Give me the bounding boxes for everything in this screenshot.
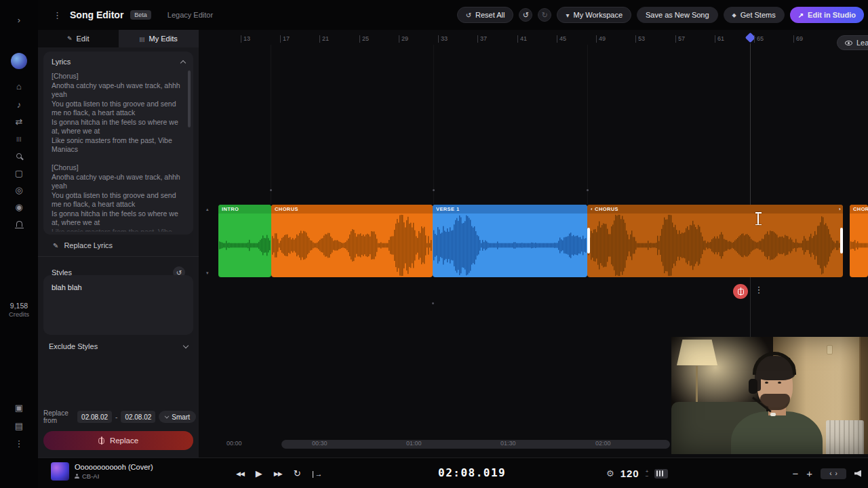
edit-in-studio-button[interactable]: ↗ Edit in Studio [790, 7, 864, 23]
replace-from-label: Replace from [43, 409, 74, 424]
clip-label: VERSE 1 [436, 206, 459, 212]
tab-my-edits[interactable]: ||| My Edits [119, 30, 199, 47]
scroll-arrows[interactable]: ‹ › [821, 468, 846, 479]
webcam-wall [773, 337, 868, 454]
credits-label: Credits [0, 310, 38, 318]
trim-left-icon[interactable]: ‹ [591, 205, 593, 214]
time-marker-02:00: 02:00 [595, 440, 611, 447]
reset-all-button[interactable]: ↺ Reset All [457, 7, 514, 23]
webcam-person-beard [760, 394, 790, 410]
gift-icon[interactable]: ▣ [0, 403, 38, 413]
track-collapse-up-icon[interactable]: ▴ [206, 207, 209, 212]
time-marker-01:30: 01:30 [500, 440, 516, 447]
album-art[interactable] [51, 462, 69, 481]
library-icon[interactable]: ||| [0, 134, 38, 144]
clip-intro[interactable]: INTRO [218, 205, 271, 277]
replace-section-button[interactable] [733, 284, 748, 299]
clip-menu-button[interactable]: ⋮ [753, 285, 764, 298]
track-collapse-down-icon[interactable]: ▾ [206, 270, 209, 276]
webcam-person-neck [768, 403, 786, 415]
avatar[interactable] [11, 53, 27, 69]
clip-chorus[interactable]: ‹CHORUS› [587, 205, 843, 277]
archive-icon[interactable]: ▤ [0, 421, 38, 432]
panel-tabs: ✎ Edit ||| My Edits [38, 30, 199, 47]
undo-button[interactable]: ↺ [519, 8, 532, 22]
loop-button[interactable]: ↻ [294, 468, 301, 479]
lyrics-text[interactable]: [Chorus] Anotha catchy vape-uh wave trac… [52, 72, 185, 232]
expand-icon[interactable]: › [0, 15, 38, 26]
webcam-lamp-pole [696, 366, 698, 404]
webcam-person-eye [778, 382, 781, 384]
player-bar: Oooooooooooh (Cover) CB-AI ◀◀ ▶ ▶▶ ↻ → 0… [38, 458, 868, 488]
transport-controls: ◀◀ ▶ ▶▶ ↻ → [236, 458, 323, 488]
notifications-icon[interactable] [0, 219, 38, 230]
zoom-out-button[interactable]: − [792, 468, 798, 479]
replace-to-value[interactable]: 02.08.02 [121, 411, 155, 423]
pencil-icon: ✎ [53, 242, 58, 249]
save-as-new-song-label: Save as New Song [646, 11, 709, 19]
broadcast-icon[interactable]: ◉ [0, 202, 38, 213]
ruler-tick-45: 45 [557, 35, 566, 43]
clip-trim-handle-left[interactable] [587, 228, 590, 253]
section-boundary-dot[interactable] [270, 189, 272, 191]
editor-menu-icon[interactable]: ⋮ [53, 10, 63, 20]
webcam-person-eye [765, 382, 768, 384]
play-button[interactable]: ▶ [256, 468, 262, 479]
replace-button[interactable]: Replace [43, 431, 193, 450]
tab-edit[interactable]: ✎ Edit [38, 30, 119, 47]
section-boundary-dot[interactable] [587, 189, 589, 191]
clip-label: CHORUS [853, 206, 868, 212]
webcam-headset-mic-boom [752, 396, 772, 412]
section-boundary-dot[interactable] [433, 189, 435, 191]
ruler-tick-17: 17 [280, 35, 290, 43]
clip-waveform [587, 214, 843, 277]
redo-button[interactable]: ↻ [538, 8, 551, 22]
replace-lyrics-button[interactable]: ✎ Replace Lyrics [43, 237, 193, 253]
forward-button[interactable]: ▶▶ [274, 470, 282, 477]
replace-from-value[interactable]: 02.08.02 [77, 411, 112, 423]
gear-icon[interactable]: ⚙ [606, 468, 614, 479]
section-boundary-dot[interactable] [432, 302, 434, 304]
workspace-dropdown[interactable]: ▾ My Workspace [557, 7, 631, 23]
search-icon[interactable] [0, 150, 38, 161]
bpm-stepper[interactable]: + − [646, 469, 649, 479]
now-playing-meta: Oooooooooooh (Cover) CB-AI [75, 463, 153, 480]
scroll-right-icon[interactable]: › [835, 470, 837, 477]
mouse-cursor-ibeam [754, 212, 762, 225]
stems-icon[interactable]: ⇄ [0, 117, 38, 127]
clip-chorus[interactable]: CHORUS [850, 205, 868, 277]
styles-input[interactable]: blah blah [43, 275, 193, 335]
record-icon[interactable]: ◎ [0, 185, 38, 196]
ruler-tick-33: 33 [438, 35, 448, 43]
song-title[interactable]: Oooooooooooh (Cover) [75, 463, 153, 471]
rewind-button[interactable]: ◀◀ [236, 470, 244, 477]
clip-verse-1[interactable]: VERSE 1 [433, 205, 587, 277]
home-icon[interactable]: ⌂ [0, 81, 38, 92]
get-stems-button[interactable]: ◆ Get Stems [724, 7, 785, 23]
timeline-scrollbar-thumb[interactable] [281, 440, 670, 449]
piano-roll-icon[interactable] [654, 469, 668, 479]
jump-to-playhead-button[interactable]: → [313, 470, 323, 478]
learn-button[interactable]: Learn [837, 35, 868, 50]
bpm-decrease[interactable]: − [646, 474, 649, 479]
smart-dropdown[interactable]: Smart [159, 411, 196, 423]
scroll-left-icon[interactable]: ‹ [829, 470, 831, 477]
webcam-couch [671, 402, 766, 454]
clip-chorus[interactable]: CHORUS [271, 205, 433, 277]
collapse-lyrics-icon[interactable] [180, 60, 186, 65]
bpm-controls: ⚙ 120 + − [606, 458, 668, 488]
legacy-editor-link[interactable]: Legacy Editor [167, 11, 213, 19]
music-icon[interactable]: ♪ [0, 100, 38, 110]
trim-right-icon[interactable]: › [839, 205, 841, 214]
learn-label: Learn [856, 39, 868, 47]
create-icon[interactable]: ▢ [0, 168, 38, 179]
lyrics-scrollbar[interactable] [188, 70, 191, 127]
more-icon[interactable]: ⋮ [0, 439, 38, 449]
save-as-new-song-button[interactable]: Save as New Song [637, 7, 718, 23]
clip-trim-handle-right[interactable] [840, 228, 843, 253]
exclude-styles-toggle[interactable]: Exclude Styles [43, 339, 193, 354]
bpm-value[interactable]: 120 [620, 468, 639, 479]
volume-icon[interactable] [854, 470, 861, 477]
top-bar: ⋮ Song Editor Beta Legacy Editor ↺ Reset… [38, 0, 868, 30]
zoom-in-button[interactable]: + [806, 468, 812, 479]
